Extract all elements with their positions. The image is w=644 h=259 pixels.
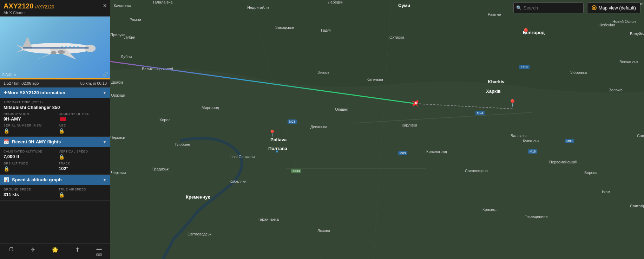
nav-item-star[interactable]: 🌟	[50, 246, 61, 258]
svg-marker-2	[22, 37, 32, 48]
gps-alt-col: GPS ALTITUDE 🔒	[4, 162, 52, 171]
more-info-header[interactable]: ✈ More AXY2120 information ▼	[0, 88, 110, 98]
country-label: COUNTRY OF REG.	[59, 112, 107, 116]
photo-link: 🔗	[103, 72, 108, 77]
photo-credit: © ArCher	[2, 73, 17, 77]
recent-flights-chevron: ▼	[103, 140, 107, 144]
nav-item-clock[interactable]: ⏱	[6, 246, 16, 258]
aircraft-type-label: AIRCRAFT TYPE (CRJ2)	[4, 101, 107, 104]
recent-flights-icon: 📅	[4, 139, 9, 144]
gps-row: GPS ALTITUDE 🔒 TRACK 102°	[4, 162, 107, 171]
svg-point-12	[58, 50, 65, 53]
poltava-pin: 📍	[268, 129, 276, 137]
flag-icon	[60, 117, 66, 121]
registration-value: 9H-AMY	[4, 116, 52, 122]
speed-graph-icon: 📊	[4, 177, 9, 182]
aircraft-type-section: AIRCRAFT TYPE (CRJ2) Mitsubishi Challeng…	[0, 98, 110, 137]
bottom-nav: ⏱ ✈ 🌟 ⬆ ••• 000	[0, 243, 110, 259]
aircraft-type-col: AIRCRAFT TYPE (CRJ2) Mitsubishi Challeng…	[4, 101, 107, 110]
kharkiv-pin: 📍	[508, 99, 517, 107]
serial-row: SERIAL NUMBER (MSN) 🔒 AGE 🔒	[4, 124, 107, 134]
speed-section: GROUND SPEED 311 kts TRUE AIRSPEED 🔒	[0, 185, 110, 201]
recent-flights-header[interactable]: 📅 Recent 9H-AMY flights ▼	[0, 137, 110, 147]
map-view-button[interactable]: Map view (default)	[587, 2, 640, 13]
gps-alt-value: 🔒	[4, 166, 52, 171]
aircraft-type-value: Mitsubishi Challenger 850	[4, 105, 107, 110]
vertical-speed-label: VERTICAL SPEED	[59, 150, 107, 153]
search-input[interactable]	[513, 2, 584, 13]
ground-speed-label: GROUND SPEED	[4, 188, 52, 191]
map-topbar: 🔍 Map view (default)	[110, 0, 644, 15]
true-airspeed-label: TRUE AIRSPEED	[59, 188, 107, 191]
distance-right: 85 km, in 00:13	[80, 81, 107, 85]
more-icon: •••	[96, 246, 102, 253]
age-col: AGE 🔒	[59, 124, 107, 134]
map-background	[110, 0, 644, 259]
registration-label: REGISTRATION	[4, 112, 52, 116]
altitude-section: CALIBRATED ALTITUDE 7,000 ft VERTICAL SP…	[0, 147, 110, 175]
ground-speed-value: 311 kts	[4, 192, 52, 197]
serial-label: SERIAL NUMBER (MSN)	[4, 124, 52, 127]
nav-more-label: 000	[96, 253, 102, 257]
calibrated-alt-label: CALIBRATED ALTITUDE	[4, 150, 52, 153]
vertical-speed-value: 🔒	[59, 154, 107, 160]
clock-icon: ⏱	[8, 246, 14, 253]
track-label: TRACK	[59, 162, 107, 165]
registration-row: REGISTRATION 9H-AMY COUNTRY OF REG.	[4, 112, 107, 122]
search-wrapper: 🔍	[513, 2, 584, 13]
panel-header: AXY2120 /AXY2120 Air X Charter ×	[0, 0, 110, 17]
svg-point-26	[415, 102, 417, 104]
plane-icon: ✈	[31, 246, 35, 253]
track-value: 102°	[59, 166, 107, 171]
speed-graph-chevron: ▼	[103, 177, 107, 182]
calibrated-alt-col: CALIBRATED ALTITUDE 7,000 ft	[4, 150, 52, 160]
registration-col: REGISTRATION 9H-AMY	[4, 112, 52, 122]
distance-bar: 1,527 km, 02:06 ago 85 km, in 00:13	[0, 79, 110, 88]
serial-value: 🔒	[4, 128, 52, 134]
share-icon: ⬆	[75, 246, 80, 253]
airline-name: Air X Charter	[4, 11, 54, 15]
nav-item-plane[interactable]: ✈	[28, 246, 37, 258]
gps-alt-label: GPS ALTITUDE	[4, 162, 52, 165]
country-col: COUNTRY OF REG.	[59, 112, 107, 122]
left-panel: AXY2120 /AXY2120 Air X Charter ×	[0, 0, 110, 259]
airplane-marker	[410, 97, 421, 110]
flight-id-main: AXY2120	[4, 2, 34, 10]
more-info-label: More AXY2120 information	[7, 90, 103, 95]
country-value	[59, 116, 107, 122]
svg-point-13	[51, 51, 57, 54]
more-info-chevron: ▼	[103, 90, 107, 95]
aircraft-type-row: AIRCRAFT TYPE (CRJ2) Mitsubishi Challeng…	[4, 101, 107, 110]
map-view-label: Map view (default)	[599, 5, 636, 11]
aircraft-image: © ArCher 🔗	[0, 17, 110, 78]
age-label: AGE	[59, 124, 107, 127]
speed-row: GROUND SPEED 311 kts TRUE AIRSPEED 🔒	[4, 188, 107, 198]
search-icon: 🔍	[516, 5, 522, 11]
belgorod-pin: 📍	[521, 28, 530, 36]
flight-id-line: AXY2120 /AXY2120	[4, 2, 54, 10]
true-airspeed-col: TRUE AIRSPEED 🔒	[59, 188, 107, 198]
vertical-speed-col: VERTICAL SPEED 🔒	[59, 150, 107, 160]
speed-graph-label: Speed & altitude graph	[12, 177, 103, 182]
flight-id-sub: /AXY2120	[35, 5, 54, 9]
star-icon: 🌟	[52, 246, 59, 253]
age-value: 🔒	[59, 128, 107, 134]
nav-item-share[interactable]: ⬆	[73, 246, 82, 258]
aircraft-svg	[9, 26, 101, 69]
more-info-icon: ✈	[4, 90, 7, 95]
radio-icon	[592, 5, 597, 10]
nav-item-more[interactable]: ••• 000	[94, 246, 104, 258]
track-col: TRACK 102°	[59, 162, 107, 171]
calibrated-alt-value: 7,000 ft	[4, 154, 52, 159]
map-container: Суми Краснопілля Ракітне Пролетарськ Шеб…	[110, 0, 644, 259]
speed-graph-header[interactable]: 📊 Speed & altitude graph ▼	[0, 175, 110, 185]
serial-col: SERIAL NUMBER (MSN) 🔒	[4, 124, 52, 134]
recent-flights-label: Recent 9H-AMY flights	[12, 139, 103, 144]
altitude-row: CALIBRATED ALTITUDE 7,000 ft VERTICAL SP…	[4, 150, 107, 160]
ground-speed-col: GROUND SPEED 311 kts	[4, 188, 52, 198]
svg-rect-14	[23, 47, 88, 48]
close-button[interactable]: ×	[103, 2, 107, 9]
true-airspeed-value: 🔒	[59, 192, 107, 198]
flight-info: AXY2120 /AXY2120 Air X Charter	[4, 2, 54, 15]
distance-left: 1,527 km, 02:06 ago	[4, 81, 39, 85]
